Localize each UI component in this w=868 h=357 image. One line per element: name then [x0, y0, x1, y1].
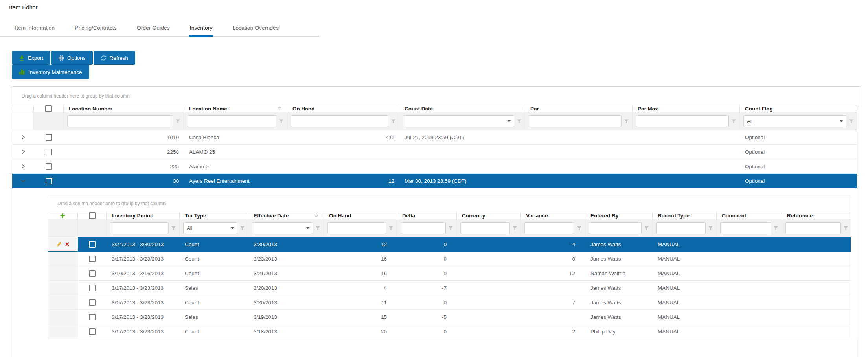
filter-input-location-name[interactable]	[188, 115, 276, 127]
funnel-icon[interactable]	[512, 226, 517, 231]
filter-input-inventory-period[interactable]	[110, 222, 169, 234]
tab-inventory[interactable]: Inventory	[189, 19, 213, 37]
column-header-count-flag[interactable]: Count Flag	[740, 105, 857, 112]
export-button[interactable]: Export	[12, 51, 50, 65]
column-header-record-type[interactable]: Record Type	[653, 212, 717, 219]
funnel-icon[interactable]	[388, 226, 394, 231]
refresh-button[interactable]: Refresh	[94, 51, 135, 65]
filter-select-count-flag[interactable]	[743, 115, 846, 127]
tab-item-information[interactable]: Item Information	[14, 19, 55, 37]
funnel-icon[interactable]	[448, 226, 453, 231]
row-checkbox[interactable]	[89, 314, 96, 320]
inventory-maintenance-button[interactable]: Inventory Maintenance	[12, 65, 89, 79]
row-checkbox[interactable]	[89, 328, 96, 335]
transaction-row[interactable]: 3/17/2013 - 3/23/2013 Sales 3/20/2013 4 …	[48, 281, 851, 295]
funnel-icon[interactable]	[577, 226, 582, 231]
column-header-trx-type[interactable]: Trx Type	[180, 212, 248, 219]
column-header-location-number[interactable]: Location Number	[64, 105, 184, 112]
filter-input-on-hand[interactable]	[327, 222, 386, 234]
column-header-reference[interactable]: Reference	[782, 212, 851, 219]
funnel-icon[interactable]	[315, 226, 320, 231]
filter-input-record-type[interactable]	[656, 222, 706, 234]
row-checkbox[interactable]	[46, 134, 52, 141]
location-row[interactable]: 225 Alamo 5 Optional	[12, 159, 857, 174]
funnel-icon[interactable]	[644, 226, 649, 231]
transaction-row[interactable]: 3/17/2013 - 3/23/2013 Count 3/23/2013 16…	[48, 252, 851, 266]
transaction-row[interactable]: 3/17/2013 - 3/23/2013 Sales 3/19/2013 15…	[48, 310, 851, 324]
column-header-effective-date[interactable]: Effective Date	[248, 212, 324, 219]
add-row-button[interactable]	[60, 213, 66, 219]
filter-input-par[interactable]	[529, 115, 622, 127]
tab-location-overrides[interactable]: Location Overrides	[232, 19, 280, 37]
funnel-icon[interactable]	[731, 119, 736, 124]
transaction-row[interactable]: 3/17/2013 - 3/23/2013 Count 3/18/2013 20…	[48, 324, 851, 339]
column-header-label: On Hand	[292, 106, 314, 112]
tab-order-guides[interactable]: Order Guides	[136, 19, 171, 37]
column-header-inventory-period[interactable]: Inventory Period	[107, 212, 180, 219]
transaction-row[interactable]: 3/10/2013 - 3/16/2013 Count 3/21/2013 16…	[48, 266, 851, 281]
group-panel[interactable]: Drag a column header here to group by th…	[48, 195, 851, 212]
funnel-icon[interactable]	[240, 226, 245, 231]
funnel-icon[interactable]	[517, 119, 522, 124]
location-row-selected[interactable]: 30 Ayers Reel Entertainment 12 Mar 30, 2…	[12, 174, 857, 188]
transaction-row[interactable]: 3/17/2013 - 3/23/2013 Count 3/20/2013 11…	[48, 295, 851, 310]
tab-pricing-contracts[interactable]: Pricing/Contracts	[74, 19, 118, 37]
delete-row-button[interactable]	[65, 242, 70, 247]
funnel-icon[interactable]	[843, 226, 848, 231]
vertical-scrollbar[interactable]	[857, 105, 861, 357]
edit-row-button[interactable]	[56, 241, 62, 247]
filter-input-comment[interactable]	[720, 222, 771, 234]
column-header-currency[interactable]: Currency	[457, 212, 521, 219]
row-checkbox[interactable]	[89, 299, 96, 306]
filter-select-count-date[interactable]	[403, 115, 514, 127]
column-header-on-hand[interactable]: On Hand	[324, 212, 397, 219]
column-header-on-hand[interactable]: On Hand	[287, 105, 399, 112]
column-header-location-name[interactable]: Location Name	[184, 105, 287, 112]
funnel-icon[interactable]	[171, 226, 176, 231]
filter-input-variance[interactable]	[524, 222, 574, 234]
row-checkbox[interactable]	[46, 163, 52, 170]
funnel-icon[interactable]	[708, 226, 713, 231]
row-checkbox[interactable]	[46, 149, 52, 155]
row-checkbox[interactable]	[46, 178, 52, 184]
funnel-icon[interactable]	[175, 119, 180, 124]
column-header-par-max[interactable]: Par Max	[633, 105, 740, 112]
row-checkbox[interactable]	[89, 270, 96, 277]
filter-select-effective-date[interactable]	[252, 222, 313, 234]
funnel-icon[interactable]	[773, 226, 778, 231]
funnel-icon[interactable]	[279, 119, 284, 124]
column-header-entered-by[interactable]: Entered By	[585, 212, 653, 219]
select-all-checkbox[interactable]	[89, 212, 96, 219]
collapse-row-button[interactable]	[12, 178, 34, 184]
funnel-icon[interactable]	[624, 119, 629, 124]
filter-input-currency[interactable]	[460, 222, 510, 234]
filter-input-location-number[interactable]	[67, 115, 173, 127]
filter-input-delta[interactable]	[401, 222, 446, 234]
transaction-row-selected[interactable]: 3/24/2013 - 3/30/2013 Count 3/30/2013 12…	[48, 237, 851, 252]
column-header-label: Entered By	[590, 213, 618, 219]
expand-row-button[interactable]	[12, 134, 34, 140]
column-header-comment[interactable]: Comment	[717, 212, 782, 219]
expand-row-button[interactable]	[12, 164, 34, 169]
column-header-par[interactable]: Par	[525, 105, 633, 112]
select-all-checkbox[interactable]	[45, 105, 52, 112]
group-panel[interactable]: Drag a column header here to group by th…	[12, 87, 861, 105]
filter-input-reference[interactable]	[785, 222, 841, 234]
location-row[interactable]: 1010 Casa Blanca 411 Jul 21, 2019 23:59 …	[12, 130, 857, 145]
column-header-count-date[interactable]: Count Date	[399, 105, 525, 112]
location-row[interactable]: 2258 ALAMO 25 Optional	[12, 145, 857, 159]
filter-input-par-max[interactable]	[636, 115, 729, 127]
row-checkbox[interactable]	[89, 256, 96, 262]
on-hand-cell: 4	[324, 285, 397, 291]
row-checkbox[interactable]	[89, 285, 96, 291]
filter-input-on-hand[interactable]	[291, 115, 388, 127]
funnel-icon[interactable]	[849, 119, 854, 124]
column-header-variance[interactable]: Variance	[521, 212, 585, 219]
filter-select-trx-type[interactable]	[183, 222, 237, 234]
column-header-delta[interactable]: Delta	[397, 212, 457, 219]
filter-input-entered-by[interactable]	[589, 222, 642, 234]
options-button[interactable]: Options	[51, 51, 93, 65]
row-checkbox[interactable]	[89, 241, 96, 248]
funnel-icon[interactable]	[391, 119, 396, 124]
expand-row-button[interactable]	[12, 149, 34, 155]
